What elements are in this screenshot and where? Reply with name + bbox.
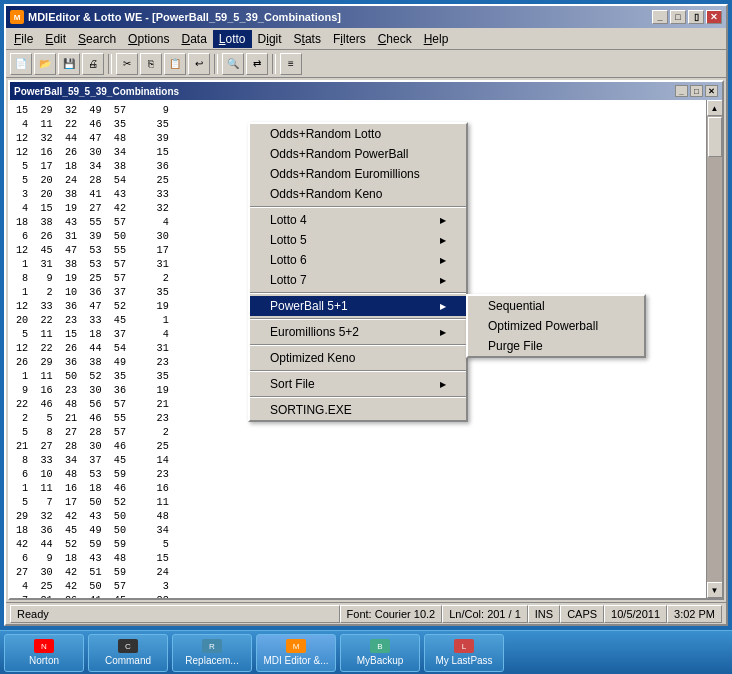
arrow-icon: ▶	[440, 216, 446, 225]
child-minimize[interactable]: _	[675, 85, 688, 97]
menu-lotto7[interactable]: Lotto 7▶	[250, 270, 466, 290]
taskbar-mdi-editor[interactable]: M MDI Editor &...	[256, 634, 336, 672]
sep1	[250, 206, 466, 208]
child-title-bar: PowerBall_59_5_39_Combinations _ □ ✕	[10, 82, 722, 100]
child-maximize[interactable]: □	[690, 85, 703, 97]
backup-icon: B	[370, 639, 390, 653]
toolbar-sep1	[108, 54, 112, 74]
menu-odds-random-lotto[interactable]: Odds+Random Lotto	[250, 124, 466, 144]
scroll-down[interactable]: ▼	[707, 582, 723, 598]
restore-button[interactable]: ▯	[688, 10, 704, 24]
menu-stats[interactable]: Stats	[288, 30, 327, 48]
toolbar-paste[interactable]: 📋	[164, 53, 186, 75]
child-close[interactable]: ✕	[705, 85, 718, 97]
arrow-icon: ▶	[440, 256, 446, 265]
menu-options[interactable]: Options	[122, 30, 175, 48]
menu-help[interactable]: Help	[418, 30, 455, 48]
menu-euromillions52[interactable]: Euromillions 5+2▶	[250, 322, 466, 342]
status-caps: CAPS	[560, 605, 604, 623]
taskbar-replacem[interactable]: R Replacem...	[172, 634, 252, 672]
menu-odds-random-euromillions[interactable]: Odds+Random Euromillions	[250, 164, 466, 184]
menu-digit[interactable]: Digit	[252, 30, 288, 48]
menu-search[interactable]: Search	[72, 30, 122, 48]
status-ins: INS	[528, 605, 560, 623]
scroll-up[interactable]: ▲	[707, 100, 723, 116]
content-area: PowerBall_59_5_39_Combinations _ □ ✕ 15 …	[6, 78, 726, 602]
toolbar-copy[interactable]: ⎘	[140, 53, 162, 75]
menu-lotto4[interactable]: Lotto 4▶	[250, 210, 466, 230]
menu-check[interactable]: Check	[372, 30, 418, 48]
status-ready: Ready	[10, 605, 340, 623]
sep2	[250, 292, 466, 294]
toolbar-print[interactable]: 🖨	[82, 53, 104, 75]
menu-odds-random-powerball[interactable]: Odds+Random PowerBall	[250, 144, 466, 164]
toolbar-find[interactable]: 🔍	[222, 53, 244, 75]
menu-edit[interactable]: Edit	[39, 30, 72, 48]
status-font: Font: Courier 10.2	[340, 605, 443, 623]
taskbar-norton[interactable]: N Norton	[4, 634, 84, 672]
command-icon: C	[118, 639, 138, 653]
menu-filters[interactable]: Filters	[327, 30, 372, 48]
taskbar-replacem-label: Replacem...	[185, 655, 238, 666]
menu-lotto5[interactable]: Lotto 5▶	[250, 230, 466, 250]
menu-sorting-exe[interactable]: SORTING.EXE	[250, 400, 466, 420]
status-ln-col: Ln/Col: 201 / 1	[442, 605, 528, 623]
status-bar: Ready Font: Courier 10.2 Ln/Col: 201 / 1…	[6, 602, 726, 624]
toolbar-new[interactable]: 📄	[10, 53, 32, 75]
taskbar: N Norton C Command R Replacem... M MDI E…	[0, 630, 732, 674]
toolbar-replace[interactable]: ⇄	[246, 53, 268, 75]
menu-purge-file[interactable]: Purge File	[468, 336, 644, 356]
toolbar-open[interactable]: 📂	[34, 53, 56, 75]
mdi-icon: M	[286, 639, 306, 653]
lotto-dropdown: Odds+Random Lotto Odds+Random PowerBall …	[248, 122, 468, 422]
replacem-icon: R	[202, 639, 222, 653]
menu-data[interactable]: Data	[175, 30, 212, 48]
close-button[interactable]: ✕	[706, 10, 722, 24]
taskbar-mybackup[interactable]: B MyBackup	[340, 634, 420, 672]
sep6	[250, 396, 466, 398]
taskbar-mylastpass[interactable]: L My LastPass	[424, 634, 504, 672]
maximize-button[interactable]: □	[670, 10, 686, 24]
menu-optimized-powerball[interactable]: Optimized Powerball	[468, 316, 644, 336]
menu-powerball51[interactable]: PowerBall 5+1 ▶ Sequential Optimized Pow…	[250, 296, 466, 316]
status-date: 10/5/2011	[604, 605, 667, 623]
arrow-icon: ▶	[440, 328, 446, 337]
toolbar-cut[interactable]: ✂	[116, 53, 138, 75]
minimize-button[interactable]: _	[652, 10, 668, 24]
scroll-thumb[interactable]	[708, 117, 722, 157]
menu-bar: File Edit Search Options Data Lotto Digi…	[6, 28, 726, 50]
toolbar-extra1[interactable]: ≡	[280, 53, 302, 75]
child-window-title: PowerBall_59_5_39_Combinations	[14, 86, 673, 97]
arrow-icon: ▶	[440, 276, 446, 285]
arrow-icon: ▶	[440, 236, 446, 245]
scrollbar[interactable]: ▲ ▼	[706, 100, 722, 598]
powerball-submenu: Sequential Optimized Powerball Purge Fil…	[466, 294, 646, 358]
status-time: 3:02 PM	[667, 605, 722, 623]
arrow-icon: ▶	[440, 302, 446, 311]
toolbar-save[interactable]: 💾	[58, 53, 80, 75]
menu-sequential[interactable]: Sequential	[468, 296, 644, 316]
sep5	[250, 370, 466, 372]
title-controls: _ □ ▯ ✕	[652, 10, 722, 24]
window-title: MDIEditor & Lotto WE - [PowerBall_59_5_3…	[28, 11, 648, 23]
menu-lotto[interactable]: Lotto	[213, 30, 252, 48]
taskbar-backup-label: MyBackup	[357, 655, 404, 666]
scroll-track[interactable]	[707, 116, 723, 582]
menu-lotto6[interactable]: Lotto 6▶	[250, 250, 466, 270]
taskbar-norton-label: Norton	[29, 655, 59, 666]
menu-odds-random-keno[interactable]: Odds+Random Keno	[250, 184, 466, 204]
sep4	[250, 344, 466, 346]
title-bar: M MDIEditor & Lotto WE - [PowerBall_59_5…	[6, 6, 726, 28]
toolbar-undo[interactable]: ↩	[188, 53, 210, 75]
taskbar-command[interactable]: C Command	[88, 634, 168, 672]
menu-optimized-keno[interactable]: Optimized Keno	[250, 348, 466, 368]
taskbar-mdi-label: MDI Editor &...	[263, 655, 328, 666]
menu-file[interactable]: File	[8, 30, 39, 48]
toolbar: 📄 📂 💾 🖨 ✂ ⎘ 📋 ↩ 🔍 ⇄ ≡	[6, 50, 726, 78]
norton-icon: N	[34, 639, 54, 653]
mdi-window: M MDIEditor & Lotto WE - [PowerBall_59_5…	[4, 4, 728, 626]
arrow-icon: ▶	[440, 380, 446, 389]
lastpass-icon: L	[454, 639, 474, 653]
menu-sort-file[interactable]: Sort File▶	[250, 374, 466, 394]
taskbar-lastpass-label: My LastPass	[435, 655, 492, 666]
